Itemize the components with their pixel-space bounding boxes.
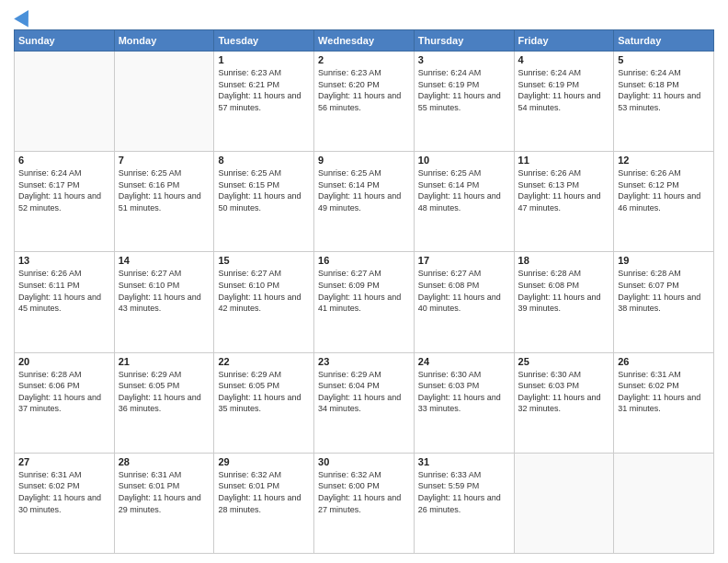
day-info: Sunrise: 6:33 AM Sunset: 5:59 PM Dayligh… [418,469,510,515]
day-info: Sunrise: 6:32 AM Sunset: 6:01 PM Dayligh… [218,469,310,515]
day-number: 29 [218,456,310,467]
day-number: 6 [18,155,110,166]
weekday-header: Wednesday [314,30,415,52]
calendar-cell: 22Sunrise: 6:29 AM Sunset: 6:05 PM Dayli… [214,352,314,453]
calendar-cell: 11Sunrise: 6:26 AM Sunset: 6:13 PM Dayli… [514,152,614,252]
calendar-cell: 28Sunrise: 6:31 AM Sunset: 6:01 PM Dayli… [114,453,214,553]
page: SundayMondayTuesdayWednesdayThursdayFrid… [0,0,728,563]
day-info: Sunrise: 6:25 AM Sunset: 6:16 PM Dayligh… [119,167,210,213]
day-number: 25 [518,356,610,367]
calendar-cell: 26Sunrise: 6:31 AM Sunset: 6:02 PM Dayli… [614,352,714,453]
weekday-header: Sunday [15,30,115,52]
calendar-cell: 24Sunrise: 6:30 AM Sunset: 6:03 PM Dayli… [414,352,514,453]
day-info: Sunrise: 6:29 AM Sunset: 6:05 PM Dayligh… [218,369,310,415]
day-number: 19 [618,255,710,266]
calendar-cell: 25Sunrise: 6:30 AM Sunset: 6:03 PM Dayli… [514,352,614,453]
calendar-cell: 29Sunrise: 6:32 AM Sunset: 6:01 PM Dayli… [214,453,314,553]
day-info: Sunrise: 6:30 AM Sunset: 6:03 PM Dayligh… [418,369,510,415]
day-info: Sunrise: 6:30 AM Sunset: 6:03 PM Dayligh… [518,369,610,415]
day-info: Sunrise: 6:31 AM Sunset: 6:02 PM Dayligh… [18,469,110,515]
day-info: Sunrise: 6:29 AM Sunset: 6:05 PM Dayligh… [119,369,210,415]
calendar-cell: 2Sunrise: 6:23 AM Sunset: 6:20 PM Daylig… [314,52,415,152]
calendar-week-row: 6Sunrise: 6:24 AM Sunset: 6:17 PM Daylig… [15,152,714,252]
weekday-header: Thursday [414,30,514,52]
calendar-cell [514,453,614,553]
day-info: Sunrise: 6:29 AM Sunset: 6:04 PM Dayligh… [318,369,410,415]
calendar-table: SundayMondayTuesdayWednesdayThursdayFrid… [14,29,714,554]
calendar-cell: 12Sunrise: 6:26 AM Sunset: 6:12 PM Dayli… [614,152,714,252]
day-info: Sunrise: 6:27 AM Sunset: 6:10 PM Dayligh… [218,268,310,314]
day-number: 4 [518,54,610,65]
weekday-header: Saturday [614,30,714,52]
day-number: 15 [218,255,310,266]
day-info: Sunrise: 6:27 AM Sunset: 6:09 PM Dayligh… [318,268,410,314]
day-number: 20 [18,356,110,367]
calendar-cell: 18Sunrise: 6:28 AM Sunset: 6:08 PM Dayli… [514,252,614,352]
day-number: 22 [218,356,310,367]
calendar-cell: 19Sunrise: 6:28 AM Sunset: 6:07 PM Dayli… [614,252,714,352]
calendar-cell: 17Sunrise: 6:27 AM Sunset: 6:08 PM Dayli… [414,252,514,352]
day-number: 3 [418,54,510,65]
calendar-cell: 31Sunrise: 6:33 AM Sunset: 5:59 PM Dayli… [414,453,514,553]
day-number: 9 [318,155,410,166]
day-info: Sunrise: 6:32 AM Sunset: 6:00 PM Dayligh… [318,469,410,515]
day-info: Sunrise: 6:27 AM Sunset: 6:08 PM Dayligh… [418,268,510,314]
day-number: 16 [318,255,410,266]
day-info: Sunrise: 6:26 AM Sunset: 6:12 PM Dayligh… [618,167,710,213]
day-info: Sunrise: 6:28 AM Sunset: 6:06 PM Dayligh… [18,369,110,415]
calendar-cell: 10Sunrise: 6:25 AM Sunset: 6:14 PM Dayli… [414,152,514,252]
calendar-header-row: SundayMondayTuesdayWednesdayThursdayFrid… [15,30,714,52]
day-info: Sunrise: 6:24 AM Sunset: 6:19 PM Dayligh… [518,67,610,113]
calendar-cell: 8Sunrise: 6:25 AM Sunset: 6:15 PM Daylig… [214,152,314,252]
calendar-cell [114,52,214,152]
calendar-cell: 15Sunrise: 6:27 AM Sunset: 6:10 PM Dayli… [214,252,314,352]
day-info: Sunrise: 6:24 AM Sunset: 6:19 PM Dayligh… [418,67,510,113]
weekday-header: Friday [514,30,614,52]
calendar-cell: 14Sunrise: 6:27 AM Sunset: 6:10 PM Dayli… [114,252,214,352]
calendar-cell [15,52,115,152]
calendar-cell: 21Sunrise: 6:29 AM Sunset: 6:05 PM Dayli… [114,352,214,453]
logo [14,9,33,24]
calendar-cell: 20Sunrise: 6:28 AM Sunset: 6:06 PM Dayli… [15,352,115,453]
day-number: 26 [618,356,710,367]
day-number: 21 [119,356,210,367]
calendar-cell: 16Sunrise: 6:27 AM Sunset: 6:09 PM Dayli… [314,252,415,352]
day-number: 11 [518,155,610,166]
day-info: Sunrise: 6:25 AM Sunset: 6:15 PM Dayligh… [218,167,310,213]
day-number: 24 [418,356,510,367]
day-info: Sunrise: 6:28 AM Sunset: 6:07 PM Dayligh… [618,268,710,314]
day-info: Sunrise: 6:25 AM Sunset: 6:14 PM Dayligh… [318,167,410,213]
calendar-cell: 4Sunrise: 6:24 AM Sunset: 6:19 PM Daylig… [514,52,614,152]
day-info: Sunrise: 6:23 AM Sunset: 6:21 PM Dayligh… [218,67,310,113]
day-number: 13 [18,255,110,266]
weekday-header: Monday [114,30,214,52]
day-number: 14 [119,255,210,266]
day-number: 1 [218,54,310,65]
calendar-cell: 1Sunrise: 6:23 AM Sunset: 6:21 PM Daylig… [214,52,314,152]
calendar-cell: 23Sunrise: 6:29 AM Sunset: 6:04 PM Dayli… [314,352,415,453]
day-number: 27 [18,456,110,467]
calendar-cell: 27Sunrise: 6:31 AM Sunset: 6:02 PM Dayli… [15,453,115,553]
calendar-cell: 3Sunrise: 6:24 AM Sunset: 6:19 PM Daylig… [414,52,514,152]
day-number: 10 [418,155,510,166]
header [14,9,714,24]
day-info: Sunrise: 6:28 AM Sunset: 6:08 PM Dayligh… [518,268,610,314]
calendar-cell: 9Sunrise: 6:25 AM Sunset: 6:14 PM Daylig… [314,152,415,252]
day-number: 18 [518,255,610,266]
day-info: Sunrise: 6:31 AM Sunset: 6:02 PM Dayligh… [618,369,710,415]
day-number: 28 [119,456,210,467]
calendar-week-row: 20Sunrise: 6:28 AM Sunset: 6:06 PM Dayli… [15,352,714,453]
day-info: Sunrise: 6:24 AM Sunset: 6:18 PM Dayligh… [618,67,710,113]
logo-line2 [14,9,33,24]
calendar-week-row: 27Sunrise: 6:31 AM Sunset: 6:02 PM Dayli… [15,453,714,553]
day-number: 5 [618,54,710,65]
day-info: Sunrise: 6:23 AM Sunset: 6:20 PM Dayligh… [318,67,410,113]
calendar-cell: 13Sunrise: 6:26 AM Sunset: 6:11 PM Dayli… [15,252,115,352]
day-info: Sunrise: 6:24 AM Sunset: 6:17 PM Dayligh… [18,167,110,213]
day-info: Sunrise: 6:27 AM Sunset: 6:10 PM Dayligh… [119,268,210,314]
calendar-cell: 5Sunrise: 6:24 AM Sunset: 6:18 PM Daylig… [614,52,714,152]
day-number: 7 [119,155,210,166]
calendar-week-row: 13Sunrise: 6:26 AM Sunset: 6:11 PM Dayli… [15,252,714,352]
day-number: 30 [318,456,410,467]
calendar-cell: 30Sunrise: 6:32 AM Sunset: 6:00 PM Dayli… [314,453,415,553]
